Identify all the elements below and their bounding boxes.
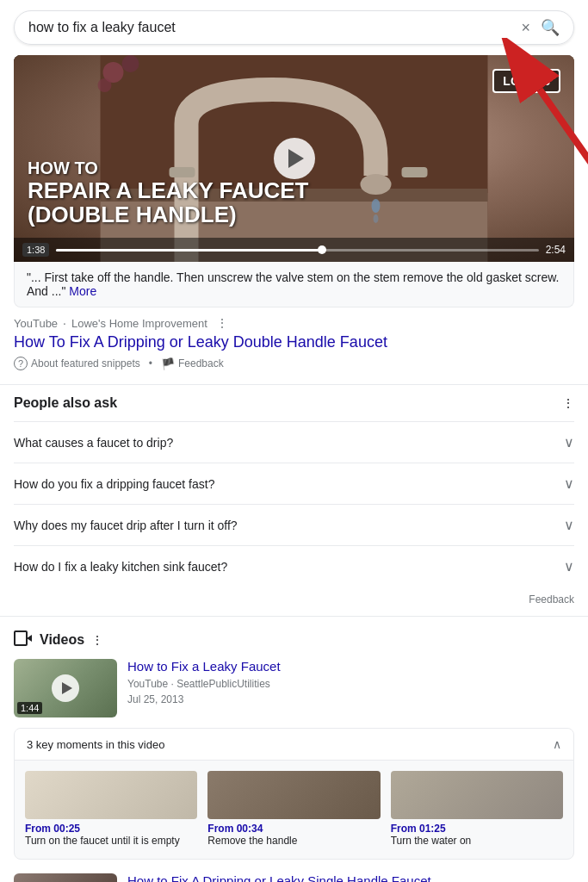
search-bar[interactable]: × 🔍 (14, 10, 574, 45)
current-time: 1:38 (22, 243, 49, 257)
svg-point-3 (361, 174, 392, 195)
more-link[interactable]: More (69, 284, 96, 298)
paa-menu[interactable]: ⋮ (562, 396, 574, 410)
svg-rect-13 (15, 631, 27, 645)
key-moments-header-1[interactable]: 3 key moments in this video ∧ (15, 729, 573, 761)
paa-title: People also ask (14, 395, 117, 411)
question-icon: ? (14, 357, 28, 370)
total-duration: 2:54 (546, 244, 566, 256)
snippet-text: "... First take off the handle. Then uns… (14, 262, 574, 307)
key-moment-desc-1-1: Turn on the faucet until it is empty (25, 835, 197, 848)
progress-fill (56, 249, 321, 252)
key-moment-thumb-1-2 (207, 771, 380, 819)
source-menu[interactable]: ⋮ (216, 316, 228, 330)
video-title-2[interactable]: How to Fix A Dripping or Leaky Single Ha… (127, 873, 574, 882)
video-result-1: 1:44 How to Fix a Leaky Faucet YouTube ·… (14, 659, 574, 717)
paa-question-4: How do I fix a leaky kitchen sink faucet… (14, 560, 227, 574)
video-result-2: 3:01 PREVIEW How to Fix A Dripping or Le… (14, 873, 574, 882)
feedback-row: ? About featured snippets • 🏴 Feedback (14, 357, 574, 370)
source-separator: · (63, 316, 66, 330)
videos-section: Videos ⋮ 1:44 How to Fix a Leaky Faucet … (0, 630, 588, 882)
video-thumb-1[interactable]: 1:44 (14, 659, 117, 717)
progress-dot (318, 245, 326, 254)
people-also-ask-section: People also ask ⋮ What causes a faucet t… (0, 384, 588, 617)
key-moments-chevron-1: ∧ (553, 737, 561, 751)
video-title-line1: HOW TO (28, 158, 308, 178)
search-icon[interactable]: 🔍 (541, 18, 560, 37)
featured-video: HOW TO REPAIR A LEAKY FAUCET (DOUBLE HAN… (14, 55, 574, 262)
key-moment-1-3[interactable]: From 01:25 Turn the water on (391, 771, 563, 848)
paa-question-3: Why does my faucet drip after I turn it … (14, 519, 238, 532)
key-moment-thumb-1-1 (25, 771, 197, 819)
video-thumb-2[interactable]: 3:01 PREVIEW (14, 873, 117, 882)
paa-chevron-2: ∨ (564, 475, 574, 492)
flag-icon: 🏴 (161, 357, 175, 370)
progress-bar[interactable] (56, 249, 538, 252)
brand-badge: LOWE'S (492, 69, 560, 93)
key-moment-from-1-1: From 00:25 (25, 823, 197, 835)
svg-point-10 (98, 78, 112, 92)
paa-feedback[interactable]: Feedback (14, 587, 574, 616)
video-thumbnail[interactable]: HOW TO REPAIR A LEAKY FAUCET (DOUBLE HAN… (14, 55, 574, 262)
play-button[interactable] (274, 138, 315, 179)
video-title-1[interactable]: How to Fix a Leaky Faucet (127, 659, 574, 674)
videos-menu[interactable]: ⋮ (91, 633, 103, 647)
paa-question-1: What causes a faucet to drip? (14, 436, 173, 450)
paa-chevron-1: ∨ (564, 434, 574, 450)
paa-item[interactable]: What causes a faucet to drip? ∨ (14, 421, 574, 463)
key-moment-thumb-1-3 (391, 771, 563, 819)
svg-point-9 (122, 55, 139, 72)
result-title[interactable]: How To Fix A Dripping or Leaky Double Ha… (14, 333, 574, 351)
video-meta-1: YouTube · SeattlePublicUtilities Jul 25,… (127, 676, 574, 707)
paa-item[interactable]: Why does my faucet drip after I turn it … (14, 504, 574, 545)
video-overlay-text: HOW TO REPAIR A LEAKY FAUCET (DOUBLE HAN… (28, 158, 308, 227)
video-title-line2: REPAIR A LEAKY FAUCET (DOUBLE HANDLE) (28, 178, 308, 227)
svg-rect-7 (402, 167, 428, 177)
videos-header: Videos ⋮ (14, 630, 574, 649)
videos-section-icon (14, 630, 33, 649)
key-moment-desc-1-2: Remove the handle (207, 835, 380, 848)
video-duration-1: 1:44 (17, 702, 42, 714)
source-channel: Lowe's Home Improvement (71, 317, 207, 330)
svg-point-5 (374, 214, 379, 223)
about-snippets[interactable]: ? About featured snippets (14, 357, 140, 370)
search-input[interactable] (28, 20, 521, 35)
key-moment-1-2[interactable]: From 00:34 Remove the handle (207, 771, 380, 848)
video-info-2: How to Fix A Dripping or Leaky Single Ha… (127, 873, 574, 882)
key-moment-desc-1-3: Turn the water on (391, 835, 563, 848)
paa-item[interactable]: How do you fix a dripping faucet fast? ∨ (14, 463, 574, 504)
paa-question-2: How do you fix a dripping faucet fast? (14, 477, 214, 491)
paa-chevron-4: ∨ (564, 558, 574, 575)
key-moments-grid-1: From 00:25 Turn on the faucet until it i… (15, 761, 573, 859)
key-moments-1: 3 key moments in this video ∧ From 00:25… (14, 728, 574, 860)
key-moments-label-1: 3 key moments in this video (27, 738, 164, 751)
play-icon-1 (52, 674, 79, 702)
paa-header: People also ask ⋮ (14, 395, 574, 411)
video-info-1: How to Fix a Leaky Faucet YouTube · Seat… (127, 659, 574, 707)
feedback-link[interactable]: 🏴 Feedback (161, 357, 224, 370)
source-info: YouTube · Lowe's Home Improvement ⋮ (14, 316, 574, 330)
key-moment-1-1[interactable]: From 00:25 Turn on the faucet until it i… (25, 771, 197, 848)
paa-chevron-3: ∨ (564, 517, 574, 533)
key-moment-from-1-2: From 00:34 (207, 823, 380, 835)
video-progress[interactable]: 1:38 2:54 (14, 238, 574, 262)
key-moment-from-1-3: From 01:25 (391, 823, 563, 835)
source-platform: YouTube (14, 317, 58, 330)
paa-item[interactable]: How do I fix a leaky kitchen sink faucet… (14, 545, 574, 587)
clear-button[interactable]: × (521, 19, 530, 37)
videos-title: Videos (40, 632, 84, 648)
svg-point-4 (372, 199, 381, 213)
